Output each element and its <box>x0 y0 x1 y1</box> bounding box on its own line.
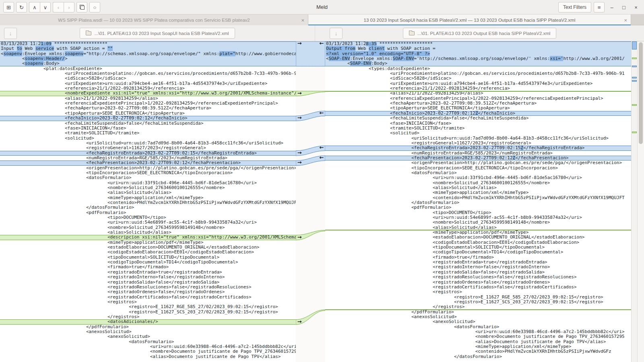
vertical-scrollbar[interactable] <box>637 41 644 362</box>
window-title: Meld <box>316 0 328 14</box>
menu-button[interactable]: ≡ <box>594 2 605 12</box>
code-line <box>325 359 631 362</box>
previous-change-button[interactable]: ∧ <box>29 2 40 12</box>
deleted-lines-marker <box>325 309 631 310</box>
code-line: <alias>Documento justificante de Pago TP… <box>0 354 296 359</box>
push-change-left-button[interactable]: ← <box>318 111 325 116</box>
push-change-right-button[interactable]: → <box>296 41 303 46</box>
maximize-icon: □ <box>622 4 625 10</box>
minimize-icon: – <box>610 4 613 10</box>
diff-content: 03/13/2023 11:21:09 ********************… <box>0 41 644 362</box>
left-file-path: ...\01. PLATEA\13 03 2023 Input SoapUI h… <box>94 31 229 36</box>
overview-diff-mark <box>632 77 637 78</box>
copy-icon <box>80 5 85 10</box>
left-file-editor[interactable]: 03/13/2023 11:21:09 ********************… <box>0 41 296 362</box>
meld-window: ⊞ ↻ ∧ ∨ ‹ › ○ Meld Text Filters ≡ – □ × … <box>0 0 644 362</box>
deleted-lines-marker <box>325 230 631 230</box>
push-change-left-button[interactable]: ← <box>318 145 325 150</box>
tab-bar: WS SIPP Platea.wsdl — 10 03 2023 WS SIPP… <box>0 14 644 25</box>
refresh-button[interactable]: ↻ <box>16 2 27 12</box>
diff-overview-map[interactable] <box>631 41 637 362</box>
overview-diff-mark <box>632 104 637 106</box>
go-forward-button[interactable]: › <box>64 2 74 12</box>
overview-diff-mark <box>632 58 637 59</box>
push-change-left-button[interactable]: ← <box>318 41 325 46</box>
right-file-header: ↓ ...\01. PLATEA\13 03 2023 Output ESB h… <box>315 25 644 41</box>
push-change-right-button[interactable]: → <box>296 319 303 325</box>
overview-diff-mark <box>632 80 637 82</box>
stop-button[interactable]: ○ <box>89 2 100 12</box>
titlebar-controls: Text Filters ≡ – □ × <box>558 2 641 12</box>
save-left-button[interactable]: ↓ <box>4 28 17 39</box>
folder-icon <box>86 31 91 35</box>
titlebar: ⊞ ↻ ∧ ∨ ‹ › ○ Meld Text Filters ≡ – □ × <box>0 0 644 14</box>
code-line <box>0 359 296 362</box>
chevron-up-icon: ∧ <box>33 4 37 10</box>
hamburger-icon: ≡ <box>598 4 601 10</box>
diff-linkmap: →←→→←→←→←→→ <box>296 41 325 362</box>
minimize-button[interactable]: – <box>607 2 617 12</box>
overview-diff-mark <box>632 66 637 67</box>
push-change-right-button[interactable]: → <box>296 115 303 121</box>
tab-close-icon[interactable]: × <box>624 17 627 23</box>
deleted-lines-marker <box>325 91 631 92</box>
chevron-left-icon: ‹ <box>58 4 59 10</box>
push-change-right-button[interactable]: → <box>296 160 303 165</box>
folder-icon <box>409 31 415 35</box>
push-change-right-button[interactable]: → <box>296 91 303 96</box>
tab-label: 13 03 2023 Input SoapUI hacia ESB Platea… <box>364 18 576 23</box>
refresh-icon: ↻ <box>19 4 24 10</box>
overview-diff-mark <box>632 132 637 133</box>
save-icon: ↓ <box>9 30 12 37</box>
chevron-right-icon: › <box>68 4 70 10</box>
stop-icon: ○ <box>93 4 97 10</box>
tab-label: WS SIPP Platea.wsdl — 10 03 2023 WS SIPP… <box>58 18 250 23</box>
right-file-editor[interactable]: 03/13/2023 11:28:35 ********************… <box>325 41 631 362</box>
new-comparison-button[interactable]: ⊞ <box>3 2 14 12</box>
overview-diff-mark <box>632 41 637 49</box>
save-icon: ↓ <box>335 30 338 37</box>
close-window-button[interactable]: × <box>631 2 641 12</box>
push-change-right-button[interactable]: → <box>296 150 303 156</box>
code-line: </datosFormulario> <box>325 354 631 359</box>
push-change-left-button[interactable]: ← <box>318 155 325 160</box>
maximize-button[interactable]: □ <box>619 2 629 12</box>
linkmap-curves <box>296 41 325 362</box>
main-toolbar: ⊞ ↻ ∧ ∨ ‹ › ○ <box>3 2 100 12</box>
scrollbar-thumb[interactable] <box>639 42 643 144</box>
text-filters-button[interactable]: Text Filters <box>558 2 591 12</box>
tab-close-icon[interactable]: × <box>301 17 304 23</box>
right-file-chooser-button[interactable]: ...\01. PLATEA\13 03 2023 Output ESB hac… <box>403 28 557 39</box>
chevron-down-icon: ∨ <box>43 4 47 10</box>
tab-wsdl-comparison[interactable]: WS SIPP Platea.wsdl — 10 03 2023 WS SIPP… <box>0 14 308 25</box>
new-comparison-icon: ⊞ <box>6 4 11 10</box>
copy-comparison-button[interactable] <box>76 2 87 12</box>
next-change-button[interactable]: ∨ <box>40 2 51 12</box>
left-file-chooser-button[interactable]: ...\01. PLATEA\13 03 2023 Input SoapUI h… <box>80 28 235 39</box>
code-line: Output from Web client with SOAP action … <box>325 46 631 51</box>
tab-xml-comparison[interactable]: 13 03 2023 Input SoapUI hacia ESB Platea… <box>308 14 631 25</box>
file-header-bar: ↓ ...\01. PLATEA\13 03 2023 Input SoapUI… <box>0 25 644 41</box>
push-change-right-button[interactable]: → <box>296 235 303 240</box>
close-icon: × <box>634 4 638 10</box>
save-right-button[interactable]: ↓ <box>330 28 343 39</box>
right-file-path: ...\01. PLATEA\13 03 2023 Output ESB hac… <box>417 31 551 36</box>
left-file-header: ↓ ...\01. PLATEA\13 03 2023 Input SoapUI… <box>0 25 315 41</box>
go-back-button[interactable]: ‹ <box>53 2 64 12</box>
